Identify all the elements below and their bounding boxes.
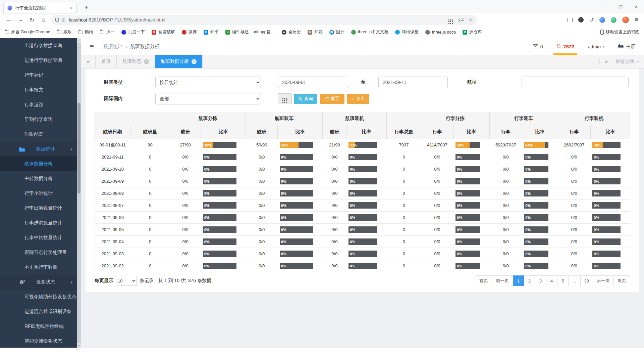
sidebar-item-8[interactable]: 航班数据分析 [0, 157, 77, 171]
tab-close-icon[interactable]: × [144, 59, 149, 64]
tabs-scroll-left-button[interactable]: « [81, 55, 96, 68]
bookmark-item[interactable]: M源仓库 [463, 29, 482, 35]
translate-icon[interactable]: 文A [458, 17, 464, 23]
page-button[interactable]: 首页 [476, 275, 492, 286]
sidebar-item-12[interactable]: 行李进港数量统计 [0, 216, 77, 230]
bookmark-item[interactable]: U组件概述 - uni-app官… [225, 29, 275, 35]
bookmark-item[interactable]: A全历史 [282, 29, 301, 35]
minimize-button[interactable]: − [598, 0, 613, 13]
tab-flight-dynamics[interactable]: 航班动态× [117, 55, 155, 68]
time-type-select[interactable]: 按日统计 [155, 77, 261, 88]
sidebar-item-11[interactable]: 行李出港数量统计 [0, 201, 77, 216]
page-button[interactable]: 2 [524, 275, 535, 286]
split-screen-icon[interactable] [568, 18, 573, 22]
sidebar-item-1[interactable]: 进港行李数据查询 [0, 53, 77, 68]
tabs-scroll-right-button[interactable]: » [599, 58, 613, 65]
sidebar-section-7[interactable]: 数据统计▾ [0, 142, 77, 157]
new-tab-button[interactable]: + [82, 3, 91, 12]
sidebar-item-20[interactable]: 智能交接设备状态 [0, 334, 77, 348]
bookmark-item[interactable]: 知知乎 [204, 29, 219, 35]
tab-close-icon[interactable]: × [70, 5, 73, 11]
date-to-input[interactable] [378, 77, 448, 88]
scrollbar-thumb[interactable] [77, 103, 80, 193]
bookmark-item[interactable]: 购物 [78, 29, 93, 35]
sidebar-item-17[interactable]: 可视化辅助分拣设备状态 [0, 290, 77, 304]
tab-options-button[interactable]: 标签选项 [615, 58, 634, 64]
notifications-button[interactable]: 7623 [556, 38, 574, 55]
messages-button[interactable]: 0 [533, 38, 543, 55]
notification-badge[interactable]: 1 [578, 17, 584, 23]
bookmark-item[interactable]: 百度一下 [121, 29, 145, 35]
bookmark-item[interactable]: three.js docs [425, 30, 456, 35]
page-button[interactable]: 3 [535, 275, 546, 286]
page-button[interactable]: 38 [580, 275, 593, 286]
sidebar-item-14[interactable]: 跟踪节点行李处理量 [0, 245, 77, 260]
history-icon[interactable]: ↺ [589, 17, 594, 23]
sidebar-item-0[interactable]: 出港行李数据查询 [0, 38, 77, 53]
page-button[interactable]: 5 [557, 275, 569, 286]
page-button[interactable]: 4 [546, 275, 557, 286]
page-button[interactable]: 1 [513, 275, 524, 286]
intl-domestic-select[interactable]: 全部 [155, 93, 261, 104]
sidebar-item-4[interactable]: 行李追踪 [0, 97, 77, 112]
browser-menu-icon[interactable]: ≡ [635, 16, 638, 23]
reset-button[interactable]: 重置 [320, 94, 344, 104]
page-button[interactable]: 尾页 [613, 275, 630, 286]
extension-icon-green[interactable] [611, 17, 616, 23]
sidebar-item-5[interactable]: 早到行李查询 [0, 112, 77, 127]
tab-close-icon[interactable]: × [192, 59, 197, 64]
sidebar-item-10[interactable]: 行李小时统计 [0, 186, 77, 201]
sidebar-item-6[interactable]: 时限配置 [0, 127, 77, 142]
scroll-down-arrow[interactable]: ▼ [77, 343, 81, 348]
extension-icon-blue[interactable] [599, 17, 605, 23]
url-text[interactable]: localhost:62810/BOP-PLUS/System/main.htm… [69, 17, 446, 23]
sidebar-scrollbar[interactable]: ▲ ▼ [77, 38, 81, 348]
sidebar-item-2[interactable]: 行李标记 [0, 68, 77, 83]
breadcrumb-parent[interactable]: 数据统计 [103, 43, 123, 50]
bookmark-item[interactable]: 娱乐 [57, 29, 72, 35]
site-favicon: 妖 [308, 30, 312, 35]
bookmark-item[interactable]: 贝一 [100, 29, 115, 35]
bookmark-item[interactable]: three.js中文文档 [351, 29, 388, 35]
bookmark-item[interactable]: 国国开 [329, 29, 344, 35]
bookmark-item[interactable]: 来自 Google Chrome [5, 29, 50, 35]
sidebar-item-3[interactable]: 行李报文 [0, 83, 77, 97]
address-bar[interactable]: localhost:62810/BOP-PLUS/System/main.htm… [51, 15, 477, 25]
mobile-bookmarks[interactable]: 移动设备上的书签 [600, 29, 639, 35]
sidebar-item-13[interactable]: 行李中转数量统计 [0, 230, 77, 245]
scroll-up-arrow[interactable]: ▲ [77, 38, 81, 43]
maximize-button[interactable]: □ [613, 0, 629, 13]
tab-home[interactable]: 首页 [96, 55, 117, 68]
sidebar-item-9[interactable]: 中转数据分析 [0, 171, 77, 186]
tab-flight-data-analysis[interactable]: 航班数据分析× [155, 55, 203, 68]
back-button[interactable]: ← [3, 15, 15, 25]
bookmark-item[interactable]: 微博 [182, 29, 197, 35]
sidebar-section-16[interactable]: 设备状态▾ [0, 275, 77, 290]
page-button[interactable]: 后一页 [593, 275, 614, 286]
export-button[interactable]: ✓ 导出 [347, 94, 369, 104]
sidebar-item-18[interactable]: 进港混合通道识别设备 [0, 304, 77, 319]
search-button[interactable]: 查询 [294, 94, 317, 104]
user-menu[interactable]: admin ▾ [588, 38, 604, 55]
home-button[interactable]: ⌂ [38, 15, 49, 25]
menu-toggle-icon[interactable]: ≡ [90, 42, 94, 51]
browser-tab[interactable]: 行李全流程跟踪 × [3, 2, 76, 13]
columns-toggle-button[interactable]: ▾ [278, 93, 292, 104]
main-screen-button[interactable]: 主屏 [618, 38, 635, 55]
airline-input[interactable] [522, 77, 629, 88]
date-from-input[interactable] [278, 77, 348, 88]
per-page-select[interactable]: 10 [116, 276, 137, 286]
bookmark-item[interactable]: 吾吾爱破解 [152, 29, 175, 35]
sidebar-item-19[interactable]: RFID无线手持终端 [0, 319, 77, 334]
page-button[interactable]: … [568, 275, 581, 286]
close-button[interactable]: × [629, 0, 644, 13]
bookmark-item[interactable]: 腾讯课堂 [395, 29, 419, 35]
qr-code-icon[interactable] [448, 19, 449, 20]
profile-avatar[interactable] [622, 16, 629, 23]
bookmark-item[interactable]: 妖知妖 [308, 29, 323, 35]
sidebar-item-15[interactable]: 不正常行李数量 [0, 260, 77, 275]
page-button[interactable]: 前一页 [492, 275, 513, 286]
forward-button[interactable]: → [15, 15, 26, 25]
favorite-star-icon[interactable]: ☆ [469, 17, 473, 23]
reload-button[interactable]: ↻ [26, 15, 38, 25]
